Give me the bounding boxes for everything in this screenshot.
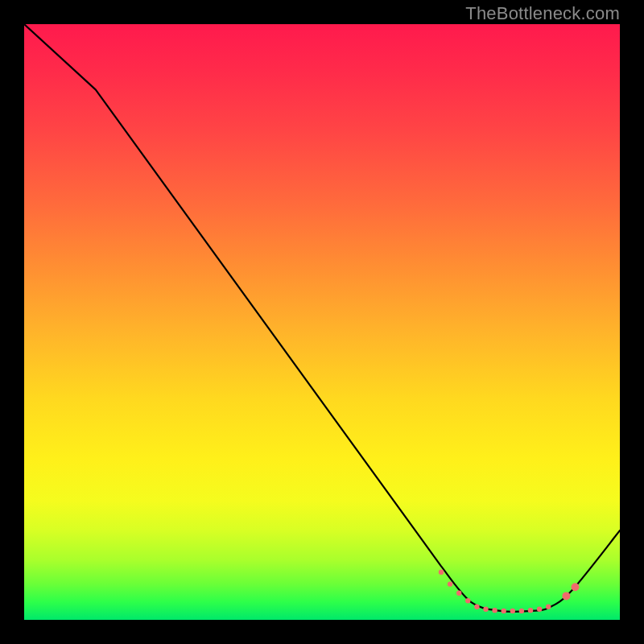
marker-dot (448, 581, 452, 586)
marker-dot (510, 609, 515, 613)
marker-dots (439, 570, 580, 614)
marker-dot (528, 608, 533, 613)
watermark-text: TheBottleneck.com (465, 3, 620, 24)
marker-dot (456, 591, 461, 596)
marker-dot (546, 605, 551, 609)
chart-svg (24, 24, 620, 620)
marker-dot (562, 592, 570, 600)
chart-frame: TheBottleneck.com (0, 0, 644, 644)
marker-dot (465, 598, 470, 603)
marker-dot (519, 609, 524, 613)
marker-dot (439, 570, 444, 575)
marker-dot (537, 606, 542, 611)
marker-dot (502, 609, 506, 613)
marker-dot (474, 605, 479, 609)
marker-dot (492, 608, 497, 613)
series-curve (24, 24, 620, 612)
plot-area (24, 24, 620, 620)
marker-dot (572, 583, 580, 591)
marker-dot (483, 606, 488, 611)
